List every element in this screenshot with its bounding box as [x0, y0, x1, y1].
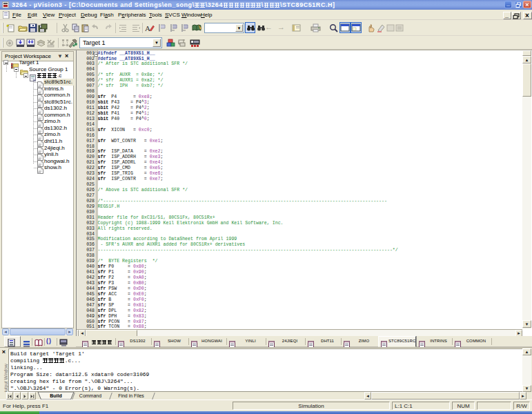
svg-text:A: A — [145, 24, 150, 32]
